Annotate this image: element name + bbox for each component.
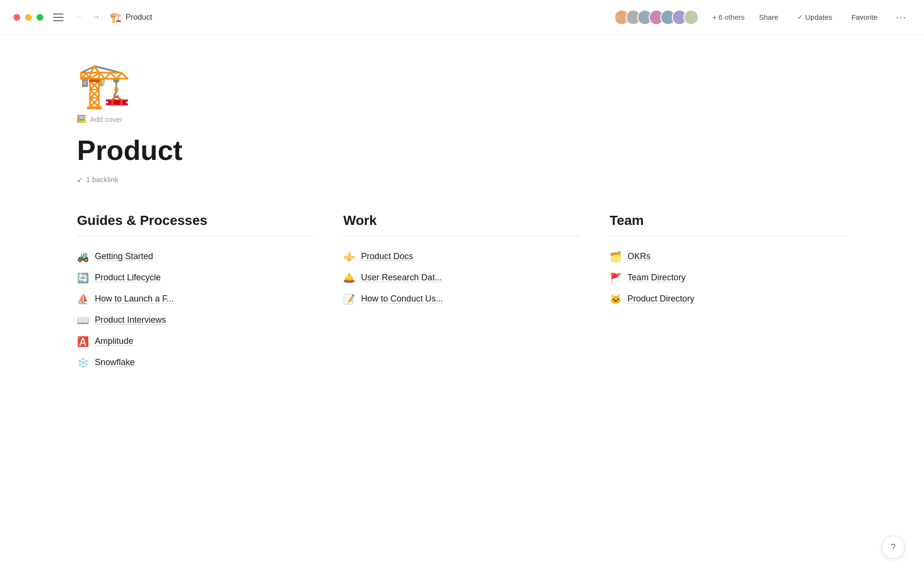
favorite-button[interactable]: Favorite: [847, 10, 882, 24]
titlebar-title: Product: [126, 13, 614, 22]
item-emoji: 📖: [77, 315, 89, 326]
backlink-label: 1 backlink: [86, 175, 118, 184]
others-count: + 6 others: [712, 13, 744, 21]
item-label: Product Lifecycle: [95, 273, 161, 283]
item-emoji: 🐱: [610, 293, 622, 305]
item-label: Getting Started: [95, 251, 153, 262]
item-label: Amplitude: [95, 336, 133, 346]
updates-button[interactable]: ✓ Updates: [793, 10, 837, 24]
checkmark-icon: ✓: [797, 13, 803, 21]
list-item[interactable]: 🚜 Getting Started: [77, 246, 314, 267]
list-item[interactable]: 🗂️ OKRs: [610, 246, 847, 267]
add-cover-label: Add cover: [90, 115, 123, 123]
list-item[interactable]: 🔄 Product Lifecycle: [77, 267, 314, 289]
item-emoji: ⚜️: [343, 251, 355, 263]
traffic-lights: [13, 14, 43, 21]
item-emoji: 🅰️: [77, 336, 89, 347]
share-button[interactable]: Share: [754, 10, 783, 24]
backlink-icon: ↙: [77, 175, 83, 184]
guides-section: Guides & Processes 🚜 Getting Started 🔄 P…: [77, 213, 314, 373]
item-label: Snowflake: [95, 357, 135, 368]
list-item[interactable]: 🛎️ User Research Dat...: [343, 267, 580, 289]
sections-grid: Guides & Processes 🚜 Getting Started 🔄 P…: [77, 213, 847, 373]
fullscreen-button[interactable]: [37, 14, 43, 21]
item-emoji: 🗂️: [610, 251, 622, 263]
work-section-title: Work: [343, 213, 580, 228]
guides-section-title: Guides & Processes: [77, 213, 314, 228]
item-label: Product Docs: [361, 251, 413, 262]
backlink[interactable]: ↙ 1 backlink: [77, 175, 847, 184]
share-label: Share: [759, 13, 778, 21]
list-item[interactable]: 🅰️ Amplitude: [77, 331, 314, 352]
titlebar: ← → 🏗️ Product + 6 others Share ✓ Update…: [0, 0, 924, 35]
guides-divider: [77, 236, 314, 236]
item-label: User Research Dat...: [361, 273, 442, 283]
favorite-label: Favorite: [851, 13, 877, 21]
image-icon: 🖼️: [77, 115, 86, 123]
more-button[interactable]: ···: [892, 10, 911, 25]
list-item[interactable]: ❄️ Snowflake: [77, 352, 314, 373]
page-title: Product: [77, 135, 847, 166]
item-label: OKRs: [628, 251, 651, 262]
close-button[interactable]: [13, 14, 20, 21]
team-section: Team 🗂️ OKRs 🚩 Team Directory 🐱 Product …: [610, 213, 847, 373]
list-item[interactable]: ⛵ How to Launch a F...: [77, 289, 314, 310]
item-label: Team Directory: [628, 273, 686, 283]
titlebar-actions: + 6 others Share ✓ Updates Favorite ···: [614, 10, 911, 25]
help-button[interactable]: ?: [882, 536, 905, 559]
minimize-button[interactable]: [25, 14, 32, 21]
team-divider: [610, 236, 847, 236]
list-item[interactable]: ⚜️ Product Docs: [343, 246, 580, 267]
team-section-title: Team: [610, 213, 847, 228]
item-label: Product Interviews: [95, 315, 166, 325]
avatars-group: [614, 10, 699, 25]
titlebar-page-icon: 🏗️: [110, 12, 122, 23]
help-icon: ?: [891, 542, 896, 552]
item-emoji: ❄️: [77, 357, 89, 368]
item-emoji: 🛎️: [343, 272, 355, 284]
list-item[interactable]: 🚩 Team Directory: [610, 267, 847, 289]
item-label: How to Conduct Us...: [361, 294, 443, 304]
item-emoji: 🚜: [77, 251, 89, 263]
updates-label: Updates: [805, 13, 832, 21]
page-emoji: 🏗️: [77, 64, 847, 107]
add-cover-button[interactable]: 🖼️ Add cover: [77, 115, 847, 123]
item-emoji: ⛵: [77, 293, 89, 305]
work-divider: [343, 236, 580, 236]
back-arrow-icon[interactable]: ←: [73, 10, 86, 24]
nav-arrows: ← →: [73, 10, 102, 24]
item-label: Product Directory: [628, 294, 694, 304]
avatar: [683, 10, 699, 25]
list-item[interactable]: 🐱 Product Directory: [610, 289, 847, 310]
list-item[interactable]: 📖 Product Interviews: [77, 310, 314, 331]
forward-arrow-icon[interactable]: →: [90, 10, 102, 24]
item-emoji: 📝: [343, 293, 355, 305]
list-item[interactable]: 📝 How to Conduct Us...: [343, 289, 580, 310]
more-icon: ···: [896, 12, 907, 23]
item-label: How to Launch a F...: [95, 294, 174, 304]
work-section: Work ⚜️ Product Docs 🛎️ User Research Da…: [343, 213, 580, 373]
item-emoji: 🚩: [610, 272, 622, 284]
menu-icon[interactable]: [53, 13, 64, 21]
main-content: 🏗️ 🖼️ Add cover Product ↙ 1 backlink Gui…: [0, 35, 924, 412]
item-emoji: 🔄: [77, 272, 89, 284]
